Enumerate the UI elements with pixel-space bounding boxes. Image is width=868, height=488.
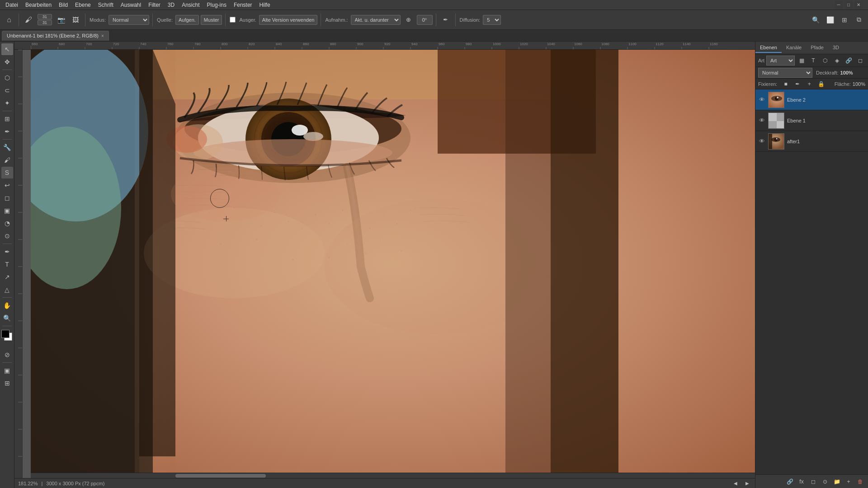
- menu-item-schrift[interactable]: Schrift: [94, 1, 117, 9]
- link-type-button[interactable]: 🔗: [844, 56, 854, 66]
- dodge-tool[interactable]: ⊙: [1, 230, 13, 242]
- angle-input[interactable]: [417, 15, 433, 25]
- add-mask-button[interactable]: ◻: [808, 477, 818, 487]
- blur-tool[interactable]: ◔: [1, 217, 13, 229]
- gradient-tool[interactable]: ▣: [1, 205, 13, 216]
- layer-thumb-ebene1: [768, 113, 784, 129]
- flaeche-label: Fläche:: [835, 81, 851, 87]
- brush-size-input2[interactable]: [38, 20, 52, 25]
- text-type-button[interactable]: T: [808, 56, 818, 66]
- move-tool[interactable]: ↖: [1, 43, 13, 55]
- layer-visibility-ebene2[interactable]: 👁: [758, 96, 765, 103]
- menu-item-bearbeiten[interactable]: Bearbeiten: [22, 1, 55, 9]
- menu-item-plugins[interactable]: Plug-ins: [203, 1, 230, 9]
- horizontal-scrollbar[interactable]: [31, 473, 755, 478]
- pen-tool[interactable]: ✒: [1, 246, 13, 258]
- lock-artboard-button[interactable]: +: [804, 79, 814, 89]
- svg-point-120: [171, 167, 279, 221]
- artboard-tool[interactable]: ✥: [1, 56, 13, 68]
- layer-visibility-after1[interactable]: 👁: [758, 138, 765, 145]
- menu-item-datei[interactable]: Datei: [2, 1, 22, 9]
- adjust-type-button[interactable]: ⬡: [820, 56, 830, 66]
- sample-select[interactable]: Akt. u. darunter Alle Ebenen Aktuelle Eb…: [351, 15, 401, 25]
- clone-stamp-tool[interactable]: S: [1, 167, 13, 178]
- hand-tool[interactable]: ✋: [1, 300, 13, 311]
- brush-size-input[interactable]: [38, 14, 52, 19]
- statusbar-right-button[interactable]: ▶: [743, 479, 751, 488]
- sample-source-button[interactable]: 📷: [55, 14, 67, 26]
- layer-blend-mode-select[interactable]: Normal Multiplizieren Abwedeln Überlager…: [758, 68, 812, 78]
- brush-tool-button[interactable]: 🖌: [22, 14, 35, 26]
- brush-preset-button[interactable]: 🖼: [69, 14, 82, 26]
- lock-pixels-button[interactable]: ■: [781, 79, 791, 89]
- layer-effects-button[interactable]: fx: [797, 477, 807, 487]
- menu-item-hilfe[interactable]: Hilfe: [256, 1, 274, 9]
- layer-item-ebene2[interactable]: 👁: [755, 89, 868, 110]
- sample-all-layers-button[interactable]: ⊕: [402, 14, 415, 26]
- quick-mask-button[interactable]: ⊘: [1, 349, 13, 361]
- menu-item-filter[interactable]: Filter: [145, 1, 164, 9]
- menu-item-fenster[interactable]: Fenster: [230, 1, 256, 9]
- statusbar-left-button[interactable]: ◀: [731, 479, 740, 488]
- alte-version-button[interactable]: Alte Version verwenden: [259, 15, 318, 25]
- brush-tool[interactable]: 🖌: [1, 154, 13, 166]
- delete-layer-button[interactable]: 🗑: [855, 477, 865, 487]
- zoom-button[interactable]: ⬜: [824, 14, 836, 26]
- shape-tool[interactable]: △: [1, 284, 13, 296]
- blend-mode-select[interactable]: Normal Multiplizieren Abwedeln: [108, 15, 149, 25]
- tab-3d[interactable]: 3D: [828, 43, 844, 53]
- tab-pfade[interactable]: Pfade: [806, 43, 828, 53]
- eyedropper-tool[interactable]: ✒: [1, 126, 13, 137]
- eraser-tool[interactable]: ◻: [1, 192, 13, 204]
- view-extras-button[interactable]: ⊞: [1, 377, 13, 389]
- window-close-button[interactable]: ✕: [854, 1, 863, 9]
- tab-kanale[interactable]: Kanäle: [782, 43, 806, 53]
- grid-button[interactable]: ⊞: [838, 14, 851, 26]
- home-button[interactable]: ⌂: [3, 14, 15, 26]
- window-restore-button[interactable]: □: [844, 1, 853, 9]
- tab-ebenen[interactable]: Ebenen: [755, 43, 782, 53]
- aligned-checkbox[interactable]: [230, 17, 236, 23]
- marquee-tool[interactable]: ⬡: [1, 72, 13, 84]
- layer-item-after1[interactable]: 👁: [755, 131, 868, 152]
- tab-close-button[interactable]: ×: [101, 33, 104, 38]
- pressure-button[interactable]: ✒: [439, 14, 452, 26]
- aufgen-button[interactable]: Aufgen.: [175, 15, 199, 25]
- layer-item-ebene1[interactable]: 👁 Ebene 1: [755, 110, 868, 131]
- layer-visibility-ebene1[interactable]: 👁: [758, 117, 765, 124]
- menu-item-3d[interactable]: 3D: [164, 1, 178, 9]
- new-layer-button[interactable]: +: [844, 477, 854, 487]
- muster-button[interactable]: Muster: [201, 15, 222, 25]
- lasso-tool[interactable]: ⊂: [1, 84, 13, 96]
- search-icon-button[interactable]: 🔍: [809, 14, 822, 26]
- art-select[interactable]: Art: [766, 56, 795, 66]
- diffusion-select[interactable]: 51234: [483, 15, 501, 25]
- lock-all-button[interactable]: 🔒: [816, 79, 826, 89]
- history-brush-tool[interactable]: ↩: [1, 179, 13, 191]
- screen-mode-button[interactable]: ▣: [1, 365, 13, 376]
- spot-healing-tool[interactable]: 🔧: [1, 141, 13, 153]
- foreground-color[interactable]: [1, 330, 9, 338]
- adjustment-layer-button[interactable]: ⊙: [820, 477, 830, 487]
- layer-panel: Art Art ▦ T ⬡ ◈ 🔗 ◻ Normal Multipliziere…: [755, 54, 868, 488]
- filter-type-button[interactable]: ▦: [797, 56, 807, 66]
- horizontal-scrollbar-thumb[interactable]: [175, 474, 266, 478]
- menu-item-ansicht[interactable]: Ansicht: [178, 1, 203, 9]
- group-layers-button[interactable]: 📁: [832, 477, 842, 487]
- quick-select-tool[interactable]: ✦: [1, 97, 13, 109]
- layer-link-button[interactable]: 🔗: [785, 477, 795, 487]
- path-select-tool[interactable]: ↗: [1, 271, 13, 283]
- menu-item-auswahl[interactable]: Auswahl: [117, 1, 145, 9]
- document-tab[interactable]: Unbenannt-1 bei 181% (Ebene 2, RGB/8) ×: [2, 31, 109, 41]
- arrange-button[interactable]: ⧉: [853, 14, 865, 26]
- canvas-container[interactable]: [31, 50, 755, 478]
- mask-type-button[interactable]: ◻: [855, 56, 865, 66]
- lock-position-button[interactable]: ✒: [793, 79, 802, 89]
- smart-type-button[interactable]: ◈: [832, 56, 842, 66]
- menu-item-bild[interactable]: Bild: [55, 1, 71, 9]
- menu-item-ebene[interactable]: Ebene: [71, 1, 94, 9]
- window-minimize-button[interactable]: ─: [835, 1, 843, 9]
- crop-tool[interactable]: ⊞: [1, 113, 13, 125]
- zoom-tool[interactable]: 🔍: [1, 312, 13, 324]
- text-tool[interactable]: T: [1, 258, 13, 270]
